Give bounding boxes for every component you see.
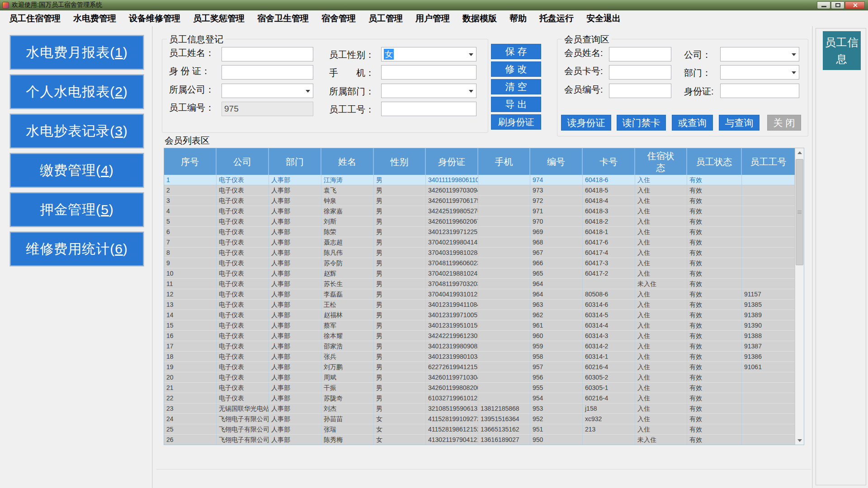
table-row[interactable]: 9电子仪表人事部苏令防男3704811996060238...96660417-… xyxy=(164,258,795,268)
or-query-button[interactable]: 或查询 xyxy=(672,115,713,131)
minimize-button[interactable] xyxy=(817,1,830,9)
sidebar-button[interactable]: 押金管理(5) xyxy=(10,192,144,227)
sidebar-button[interactable]: 水电费月报表(1) xyxy=(10,35,144,70)
scroll-up-button[interactable] xyxy=(795,148,804,157)
close-button[interactable] xyxy=(845,1,865,9)
table-row[interactable]: 12电子仪表人事部李磊磊男3704041993101250...96480508… xyxy=(164,289,795,300)
table-cell: 9 xyxy=(164,258,217,268)
table-row[interactable]: 13电子仪表人事部王松男3401231994110848...96360314-… xyxy=(164,300,795,310)
menu-item[interactable]: 员工奖惩管理 xyxy=(187,13,251,24)
table-cell: 陈凡伟 xyxy=(321,248,374,258)
and-query-button[interactable]: 与查询 xyxy=(719,115,760,131)
company-combobox[interactable] xyxy=(222,84,313,98)
table-row[interactable]: 23无锡国联华光电站...人事部刘杰男3210851959061318...13… xyxy=(164,404,795,414)
maximize-icon xyxy=(835,3,840,7)
table-cell xyxy=(742,258,795,268)
vertical-scrollbar[interactable] xyxy=(795,148,804,445)
table-cell: 970 xyxy=(530,216,583,227)
table-row[interactable]: 24飞翎电子有限公司人事部孙苗苗女4115281991092729...1395… xyxy=(164,414,795,424)
sidebar-button[interactable]: 缴费管理(4) xyxy=(10,153,144,188)
menu-item[interactable]: 宿舍卫生管理 xyxy=(251,13,315,24)
work-number-input[interactable] xyxy=(381,102,476,116)
table-row[interactable]: 3电子仪表人事部钟泉男3426011997061753...97260418-4… xyxy=(164,196,795,206)
close-query-button[interactable]: 关 闭 xyxy=(767,115,801,131)
clear-button[interactable]: 清 空 xyxy=(491,79,541,94)
query-id-input[interactable] xyxy=(720,84,799,98)
save-button[interactable]: 保 存 xyxy=(491,44,541,59)
scrollbar-thumb[interactable] xyxy=(796,159,803,265)
menu-item[interactable]: 安全退出 xyxy=(580,13,627,24)
employee-name-input[interactable] xyxy=(222,47,313,61)
column-header[interactable]: 公司 xyxy=(217,148,269,175)
table-row[interactable]: 10电子仪表人事部赵辉男3704021988102453...96560417-… xyxy=(164,268,795,279)
id-card-label: 身 份 证： xyxy=(169,65,210,77)
table-row[interactable]: 11电子仪表人事部苏长生男3704811997032038...964未入住有效 xyxy=(164,279,795,289)
export-button[interactable]: 导 出 xyxy=(491,97,541,112)
department-combobox[interactable] xyxy=(381,84,476,98)
table-row[interactable]: 7电子仪表人事部聂志超男3704021998041453...96860417-… xyxy=(164,237,795,248)
table-row[interactable]: 6电子仪表人事部陈荣男3401231997122516...96960418-1… xyxy=(164,227,795,237)
read-id-card-button[interactable]: 读身份证 xyxy=(561,115,611,131)
column-header[interactable]: 卡号 xyxy=(583,148,635,175)
table-row[interactable]: 25飞翎电子有限公司人事部张瑞女4115281986121529...13665… xyxy=(164,424,795,435)
sidebar-button[interactable]: 个人水电报表(2) xyxy=(10,75,144,109)
menu-item[interactable]: 用户管理 xyxy=(409,13,456,24)
table-row[interactable]: 26飞翎电子有限公司人事部陈秀梅女4130211979041219...1361… xyxy=(164,435,795,445)
modify-button[interactable]: 修 改 xyxy=(491,61,541,77)
menu-item[interactable]: 托盘运行 xyxy=(533,13,580,24)
sidebar-button[interactable]: 水电抄表记录(3) xyxy=(10,114,144,148)
column-header[interactable]: 手机 xyxy=(478,148,530,175)
menu-item[interactable]: 设备维修管理 xyxy=(123,13,187,24)
table-row[interactable]: 5电子仪表人事部刘斯男3426011996020671...97060418-2… xyxy=(164,216,795,227)
column-header[interactable]: 姓名 xyxy=(321,148,374,175)
swipe-id-card-button[interactable]: 刷身份证 xyxy=(491,114,541,130)
table-cell: 3401231997100572... xyxy=(426,310,478,320)
member-name-input[interactable] xyxy=(609,47,671,61)
menu-item[interactable]: 员工管理 xyxy=(362,13,409,24)
table-row[interactable]: 18电子仪表人事部张兵男3401231998010348...95860314-… xyxy=(164,352,795,362)
menu-item[interactable]: 帮助 xyxy=(503,13,533,24)
tab-employee-info[interactable]: 员工信息 xyxy=(823,31,861,70)
scroll-down-button[interactable] xyxy=(795,436,804,445)
menu-item[interactable]: 水电费管理 xyxy=(67,13,123,24)
table-row[interactable]: 1电子仪表人事部江海涛男3401111998061105...97460418-… xyxy=(164,175,795,185)
table-row[interactable]: 19电子仪表人事部刘万鹏男6227261994121530...95760216… xyxy=(164,362,795,372)
column-header[interactable]: 员工工号 xyxy=(742,148,795,175)
member-card-input[interactable] xyxy=(609,65,671,80)
read-door-card-button[interactable]: 读门禁卡 xyxy=(617,115,666,131)
table-row[interactable]: 4电子仪表人事部徐家嘉男3424251998052705...97160418-… xyxy=(164,206,795,216)
menu-item[interactable]: 数据模版 xyxy=(456,13,503,24)
member-number-input[interactable] xyxy=(609,84,671,98)
column-header[interactable]: 住宿状态 xyxy=(635,148,687,175)
table-cell: 钟泉 xyxy=(321,196,374,206)
column-header[interactable]: 身份证 xyxy=(426,148,478,175)
column-header[interactable]: 序号 xyxy=(164,148,217,175)
column-header[interactable]: 编号 xyxy=(530,148,583,175)
table-row[interactable]: 15电子仪表人事部蔡军男3401231995101562...96160314-… xyxy=(164,320,795,331)
sidebar-button[interactable]: 维修费用统计(6) xyxy=(10,232,144,266)
query-department-combobox[interactable] xyxy=(720,65,799,80)
menu-item[interactable]: 宿舍管理 xyxy=(315,13,362,24)
employee-gender-combobox[interactable]: 女 xyxy=(381,47,476,61)
table-row[interactable]: 20电子仪表人事部周斌男3426011997103040...95660305-… xyxy=(164,372,795,383)
table-row[interactable]: 22电子仪表人事部苏陇奇男6103271996101234...95460216… xyxy=(164,393,795,404)
table-cell: 951 xyxy=(530,424,583,435)
table-cell: 陈秀梅 xyxy=(321,435,374,445)
table-cell: 91387 xyxy=(742,341,795,352)
column-header[interactable]: 部门 xyxy=(269,148,321,175)
column-header[interactable]: 性别 xyxy=(374,148,426,175)
table-row[interactable]: 2电子仪表人事部袁飞男3426011997030946...97360418-5… xyxy=(164,185,795,196)
mobile-input[interactable] xyxy=(381,65,476,80)
table-row[interactable]: 8电子仪表人事部陈凡伟男3704031998102841...96760417-… xyxy=(164,248,795,258)
query-company-combobox[interactable] xyxy=(720,47,799,61)
table-cell: 入住 xyxy=(635,206,687,216)
table-cell: 12 xyxy=(164,289,217,300)
table-row[interactable]: 16电子仪表人事部徐本耀男3424221996123052...96060314… xyxy=(164,331,795,341)
id-card-input[interactable] xyxy=(222,65,313,80)
maximize-button[interactable] xyxy=(831,1,844,9)
menu-item[interactable]: 员工住宿管理 xyxy=(3,13,67,24)
column-header[interactable]: 员工状态 xyxy=(687,148,742,175)
table-row[interactable]: 21电子仪表人事部干振男3426011998082002...95560305-… xyxy=(164,383,795,393)
table-row[interactable]: 17电子仪表人事部邵家浩男3401231998090820...95960314… xyxy=(164,341,795,352)
table-row[interactable]: 14电子仪表人事部赵福林男3401231997100572...96260314… xyxy=(164,310,795,320)
